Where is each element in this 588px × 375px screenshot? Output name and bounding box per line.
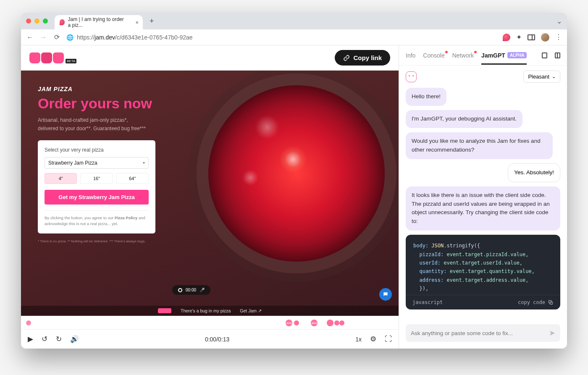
- globe-icon: 🌐: [66, 34, 74, 41]
- recorded-page-footer: There's a bug in my pizza Get Jam ↗: [21, 306, 399, 316]
- close-tab-icon[interactable]: ×: [135, 19, 139, 26]
- profile-avatar[interactable]: [541, 33, 549, 42]
- reload-icon[interactable]: ⟳: [53, 33, 60, 41]
- footer-link[interactable]: Get Jam ↗: [240, 308, 262, 313]
- size-options: 4" 16" 64": [45, 173, 149, 184]
- chevron-down-icon: ▾: [143, 160, 145, 165]
- code-content: body: JSON.stringify({ pizzaId: event.ta…: [406, 235, 560, 294]
- assistant-message: It looks like there is an issue with the…: [406, 186, 560, 231]
- jampizza-brand: JAM PIZZA: [38, 86, 187, 92]
- timeline-404-marker[interactable]: 404: [311, 320, 318, 326]
- link-icon: [343, 55, 350, 61]
- timeline-event[interactable]: [339, 320, 344, 325]
- code-block: body: JSON.stringify({ pizzaId: event.ta…: [406, 235, 560, 309]
- chat-input[interactable]: ➤: [406, 324, 560, 342]
- tab-console[interactable]: Console: [423, 52, 444, 59]
- record-icon: [178, 288, 182, 292]
- chat-input-field[interactable]: [411, 330, 546, 336]
- rewind-button[interactable]: ↺: [42, 335, 47, 344]
- window-tabstrip: Jam | I am trying to order a piz... × + …: [21, 13, 567, 29]
- browser-tab[interactable]: Jam | I am trying to order a piz... ×: [55, 15, 143, 29]
- chat-thread: Hello there! I'm JamGPT, your debugging …: [399, 88, 567, 321]
- hero-heading: Order yours now: [38, 96, 187, 111]
- player-controls: ▶ ↺ ↻ 🔊 0:00/0:13 1x ⚙ ⛶: [21, 329, 399, 349]
- traffic-lights: [26, 18, 48, 24]
- tone-value: Pleasant: [528, 73, 549, 80]
- layout-split-icon[interactable]: [555, 52, 560, 58]
- copy-link-button[interactable]: Copy link: [335, 50, 390, 66]
- code-footer: javascript copy code: [406, 295, 560, 309]
- size-option-4[interactable]: 4": [45, 173, 77, 184]
- size-option-64[interactable]: 64": [116, 173, 149, 184]
- recording-pane: BETA Copy link JAM PIZZA Order yours now…: [21, 45, 399, 349]
- play-button[interactable]: ▶: [28, 335, 33, 344]
- recorded-page-left: JAM PIZZA Order yours now Artisanal, han…: [21, 71, 187, 316]
- tab-info[interactable]: Info: [406, 52, 415, 59]
- url-prefix: https://: [77, 34, 94, 41]
- tone-row: Pleasant ⌄: [399, 66, 567, 88]
- timeline-404-marker[interactable]: 404: [286, 320, 292, 326]
- mic-muted-icon: 🎤: [200, 288, 205, 292]
- settings-gear-icon[interactable]: ⚙: [370, 335, 376, 344]
- address-bar[interactable]: 🌐 https://jam.dev/c/d6343e1e-0765-47b0-9…: [66, 34, 497, 41]
- copy-link-label: Copy link: [353, 54, 382, 61]
- fullscreen-icon[interactable]: ⛶: [385, 335, 392, 344]
- url-path: /c/d6343e1e-0765-47b0-92ae: [115, 34, 193, 41]
- strawberry-face-icon: [406, 71, 417, 82]
- jam-logo[interactable]: BETA: [29, 52, 76, 63]
- timeline-event[interactable]: [294, 320, 299, 325]
- order-cta-button[interactable]: Get my Strawberry Jam Pizza: [45, 190, 149, 205]
- sidepanel-icon[interactable]: [528, 34, 535, 40]
- intercom-launcher[interactable]: [379, 288, 392, 301]
- notification-dot: [474, 51, 477, 53]
- jam-extension-icon[interactable]: [503, 34, 510, 41]
- playback-speed[interactable]: 1x: [355, 336, 362, 343]
- side-panel: Info Console Network JamGPT ALPHA Pleasa…: [399, 45, 567, 349]
- timeline-event[interactable]: [327, 320, 333, 326]
- hero-subtext: Artisanal, hand-crafted jam-only pizzas*…: [38, 116, 187, 132]
- pizza-select-value: Strawberry Jam Pizza: [48, 160, 97, 166]
- tab-network[interactable]: Network: [452, 52, 474, 59]
- chevron-down-icon: ⌄: [552, 74, 556, 79]
- forward-icon: →: [39, 34, 47, 41]
- code-lang: javascript: [412, 299, 443, 305]
- pizza-select[interactable]: Strawberry Jam Pizza ▾: [45, 157, 149, 169]
- chevron-down-icon[interactable]: ⌄: [556, 17, 562, 25]
- strawberry-icon: [60, 19, 65, 25]
- close-window-button[interactable]: [26, 18, 31, 24]
- panel-tabs: Info Console Network JamGPT ALPHA: [399, 45, 567, 66]
- timeline-event[interactable]: [26, 320, 31, 325]
- browser-toolbar: ← → ⟳ 🌐 https://jam.dev/c/d6343e1e-0765-…: [21, 29, 567, 45]
- size-option-16[interactable]: 16": [80, 173, 113, 184]
- notification-dot: [445, 51, 448, 53]
- minimize-window-button[interactable]: [34, 18, 39, 24]
- recording-viewport[interactable]: JAM PIZZA Order yours now Artisanal, han…: [21, 71, 399, 316]
- order-card: Select your very real pizza Strawberry J…: [38, 140, 155, 234]
- beta-badge: BETA: [66, 59, 76, 63]
- new-tab-button[interactable]: +: [150, 17, 154, 26]
- url-host: jam.dev: [94, 34, 115, 41]
- page-content: BETA Copy link JAM PIZZA Order yours now…: [21, 45, 567, 349]
- maximize-window-button[interactable]: [43, 18, 48, 24]
- back-icon[interactable]: ←: [26, 34, 34, 41]
- policy-note: By clicking the button, you agree to our…: [45, 210, 149, 227]
- footnotes: * There is no pizza. ** Nothing will be …: [38, 239, 187, 243]
- tab-jamgpt[interactable]: JamGPT ALPHA: [481, 52, 527, 59]
- chat-icon: [383, 291, 388, 297]
- timeline-event[interactable]: [334, 320, 339, 325]
- browser-window: Jam | I am trying to order a piz... × + …: [21, 13, 567, 349]
- playback-time: 0:00/0:13: [87, 336, 347, 343]
- forward-button[interactable]: ↻: [56, 335, 62, 344]
- recording-indicator: 00:00 🎤: [172, 285, 210, 295]
- jam-mini-logo: [158, 308, 171, 313]
- send-icon[interactable]: ➤: [549, 328, 555, 338]
- tone-select[interactable]: Pleasant ⌄: [523, 71, 560, 83]
- volume-button[interactable]: 🔊: [70, 335, 79, 344]
- kebab-menu-icon[interactable]: ⋮: [555, 33, 562, 41]
- card-label: Select your very real pizza: [45, 147, 149, 153]
- tab-title: Jam | I am trying to order a piz...: [68, 16, 128, 28]
- event-timeline[interactable]: 404 404: [21, 316, 399, 329]
- extensions-puzzle-icon[interactable]: ✦: [516, 33, 522, 41]
- copy-code-button[interactable]: copy code: [518, 299, 554, 305]
- layout-single-icon[interactable]: [542, 52, 547, 58]
